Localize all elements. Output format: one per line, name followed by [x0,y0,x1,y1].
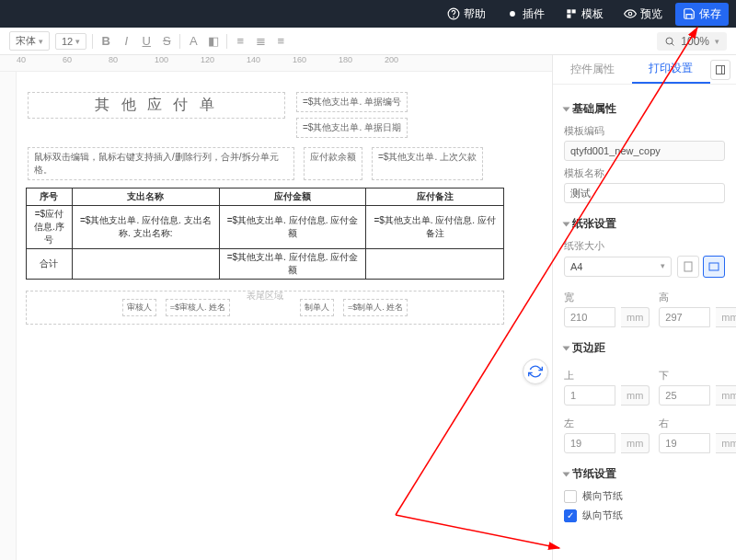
paper-size-label: 纸张大小 [564,239,725,253]
margin-left-input[interactable] [564,433,615,453]
underline-icon[interactable]: U [139,34,154,49]
section-basic[interactable]: 基础属性 [564,101,725,117]
svg-rect-12 [709,263,719,270]
table-row[interactable]: 合计 =$其他支出单. 应付信息. 应付金额 [27,249,504,280]
doc-title[interactable]: 其 他 应 付 单 [28,92,285,119]
top-bar: 帮助 插件 模板 预览 保存 [0,0,736,28]
creator-value[interactable]: =$制单人. 姓名 [343,299,408,316]
table-row[interactable]: =$应付信息.序号 =$其他支出单. 应付信息. 支出名称. 支出名称: =$其… [27,206,504,249]
refresh-float-button[interactable] [523,359,548,384]
th-index[interactable]: 序号 [27,189,73,206]
save-label: 保存 [699,6,721,22]
expand-panel-button[interactable] [710,60,730,80]
margin-bottom-label: 下 [659,369,736,383]
section-save-paper[interactable]: 节纸设置 [564,466,725,482]
field-bill-no[interactable]: =$其他支出单. 单据编号 [296,92,408,112]
eye-icon [624,7,637,20]
th-amount[interactable]: 应付金额 [219,189,366,206]
zoom-icon [664,36,675,47]
side-panel: 控件属性 打印设置 基础属性 模板编码 模板名称 纸张设置 纸张大小 A4▾ [552,55,736,560]
tpl-name-input[interactable] [564,183,725,203]
document[interactable]: 其 他 应 付 单 =$其他支出单. 单据编号 =$其他支出单. 单据日期 鼠标… [17,72,552,343]
save-button[interactable]: 保存 [675,3,729,26]
help-button[interactable]: 帮助 [440,3,493,26]
svg-point-1 [454,17,454,17]
svg-point-7 [666,38,673,44]
width-input[interactable] [564,307,615,327]
help-label: 帮助 [464,6,486,22]
side-tabs: 控件属性 打印设置 [553,55,736,85]
template-button[interactable]: 模板 [558,3,611,26]
section-paper[interactable]: 纸张设置 [564,216,725,232]
plugin-label: 插件 [523,6,545,22]
margin-top-label: 上 [564,369,650,383]
help-icon [447,7,460,20]
height-input[interactable] [659,307,710,327]
data-table[interactable]: 序号 支出名称 应付金额 应付备注 =$应付信息.序号 =$其他支出单. 应付信… [26,188,504,280]
zoom-value: 100% [681,35,709,48]
font-select[interactable]: 宋体▾ [9,31,50,51]
preview-label: 预览 [640,6,662,22]
hint-text[interactable]: 鼠标双击编辑，鼠标右键支持插入/删除行列，合并/拆分单元格。 [28,147,294,180]
align-center-icon[interactable]: ≣ [253,34,268,49]
bold-icon[interactable]: B [98,34,113,49]
plugin-button[interactable]: 插件 [499,3,552,26]
svg-rect-11 [684,262,692,271]
align-right-icon[interactable]: ≡ [273,34,288,49]
expand-icon [715,64,726,75]
bg-color-icon[interactable]: ◧ [206,34,221,49]
font-color-icon[interactable]: A [186,34,201,49]
refresh-icon [528,364,543,379]
side-body: 基础属性 模板编码 模板名称 纸张设置 纸张大小 A4▾ 宽 mm [553,85,736,560]
height-label: 高 [659,291,736,304]
save-icon [683,7,696,20]
template-icon [565,7,578,20]
th-name[interactable]: 支出名称 [72,189,219,206]
orient-landscape[interactable] [703,256,725,278]
zoom-control[interactable]: 100% ▾ [657,32,727,51]
svg-rect-9 [717,65,725,74]
tpl-name-label: 模板名称 [564,166,725,180]
auditor-value[interactable]: =$审核人. 姓名 [166,299,230,316]
svg-line-8 [672,43,674,46]
balance-value[interactable]: =$其他支出单. 上次欠款 [372,147,483,180]
orient-portrait[interactable] [677,256,699,278]
width-label: 宽 [564,291,650,304]
margin-right-label: 右 [659,417,736,430]
section-margins[interactable]: 页边距 [564,340,725,356]
doc-footer[interactable]: 表尾区域 审核人 =$审核人. 姓名 制单人 =$制单人. 姓名 [26,291,504,325]
balance-label[interactable]: 应付款余额 [304,147,362,180]
field-bill-date[interactable]: =$其他支出单. 单据日期 [296,118,408,138]
margin-top-input[interactable] [564,385,615,406]
svg-rect-5 [567,15,570,18]
auditor-label[interactable]: 审核人 [122,299,156,316]
creator-label[interactable]: 制单人 [300,299,334,316]
font-size-select[interactable]: 12▾ [55,33,86,50]
margin-left-label: 左 [564,417,650,430]
svg-point-2 [510,11,515,17]
th-remark[interactable]: 应付备注 [366,189,504,206]
paper-size-select[interactable]: A4▾ [564,257,672,277]
margin-right-input[interactable] [659,433,710,453]
editor-toolbar: 宋体▾ 12▾ B I U S A ◧ ≡ ≣ ≡ 100% ▾ [0,28,736,55]
checkbox-vertical-save[interactable]: ✓ 纵向节纸 [564,509,725,522]
tab-print-settings[interactable]: 打印设置 [632,55,711,84]
canvas-area: 406080100120140160180200 其 他 应 付 单 =$其他支… [0,55,552,560]
tpl-code-input[interactable] [564,141,725,161]
preview-button[interactable]: 预览 [616,3,670,26]
strike-icon[interactable]: S [159,34,174,49]
margin-bottom-input[interactable] [659,385,710,406]
checkbox-icon [564,490,577,503]
tab-control-props[interactable]: 控件属性 [553,56,632,83]
svg-rect-4 [572,9,576,13]
template-label: 模板 [581,6,604,22]
main-area: 406080100120140160180200 其 他 应 付 单 =$其他支… [0,55,736,560]
checkbox-horizontal-save[interactable]: 横向节纸 [564,489,725,503]
checkbox-checked-icon: ✓ [564,509,577,522]
plugin-icon [506,7,519,20]
tpl-code-label: 模板编码 [564,124,725,138]
align-left-icon[interactable]: ≡ [233,34,247,49]
footer-area-label: 表尾区域 [247,290,283,303]
ruler-vertical [0,72,17,560]
italic-icon[interactable]: I [119,34,133,49]
